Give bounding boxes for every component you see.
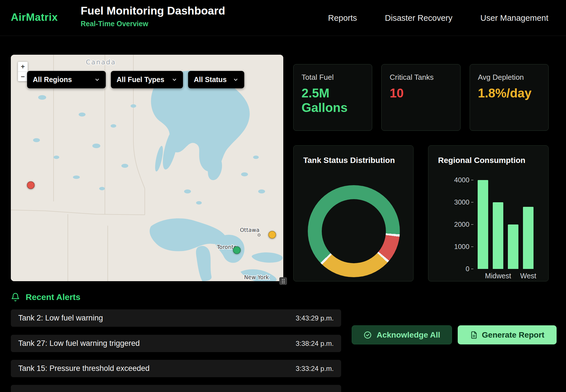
check-circle-icon <box>363 331 372 339</box>
chevron-down-icon <box>172 77 177 83</box>
bar-plot <box>478 180 535 269</box>
map-filter-row: All Regions All Fuel Types All Status <box>27 71 244 88</box>
regional-consumption-card: Regional Consumption 01000200030004000 M… <box>428 145 549 281</box>
bar-yaxis: 01000200030004000 <box>437 180 473 269</box>
stat-label: Avg Depletion <box>478 73 540 82</box>
bar-1 <box>493 202 503 269</box>
brand-logo: AirMatrix <box>11 11 58 23</box>
donut-chart-title: Tank Status Distribution <box>303 156 395 165</box>
title-block: Fuel Monitoring Dashboard Real-Time Over… <box>81 5 225 28</box>
alert-message: Tank 2: Low fuel warning <box>18 314 103 322</box>
bell-icon <box>11 293 20 302</box>
tank-marker-critical[interactable] <box>27 181 34 189</box>
status-filter-value: All Status <box>194 75 227 84</box>
alerts-header: Recent Alerts <box>11 292 80 302</box>
stat-cards-row: Total Fuel 2.5M Gallons Critical Tanks 1… <box>293 64 549 131</box>
donut-hole <box>322 199 386 263</box>
generate-report-label: Generate Report <box>482 330 544 340</box>
region-filter-value: All Regions <box>33 75 72 84</box>
alert-time: 3:38:24 p.m. <box>296 340 334 348</box>
region-filter-select[interactable]: All Regions <box>27 71 106 88</box>
donut-chart <box>308 185 400 277</box>
alert-time: 3:33:24 p.m. <box>296 365 334 373</box>
alert-row[interactable]: Tank 27: Low fuel warning triggered 3:38… <box>11 335 341 352</box>
chevron-down-icon <box>94 77 100 83</box>
tank-marker-normal[interactable] <box>233 246 241 254</box>
bar-chart-title: Regional Consumption <box>438 156 525 165</box>
acknowledge-all-button[interactable]: Acknowledge All <box>352 325 452 344</box>
page-title: Fuel Monitoring Dashboard <box>81 5 225 17</box>
chevron-down-icon <box>233 77 239 83</box>
generate-report-button[interactable]: Generate Report <box>458 325 557 344</box>
stat-value: 2.5M Gallons <box>302 86 352 115</box>
alert-row[interactable]: Tank 15: Pressure threshold exceeded 3:3… <box>11 360 341 377</box>
document-icon <box>470 331 478 339</box>
map-canvas[interactable]: Canada Ottawa Toronto New York + − All R… <box>11 55 283 281</box>
map-zoom-control: + − <box>18 62 28 81</box>
alert-row-partial[interactable] <box>11 385 341 392</box>
nav-disaster-recovery[interactable]: Disaster Recovery <box>385 13 453 23</box>
bar-ytick-label: 1000 <box>454 243 473 251</box>
stat-value: 10 <box>390 86 440 100</box>
status-filter-select[interactable]: All Status <box>188 71 244 88</box>
stat-card-total-fuel: Total Fuel 2.5M Gallons <box>293 64 372 131</box>
grip-dots-icon <box>281 278 286 284</box>
nav-user-management[interactable]: User Management <box>480 13 548 23</box>
tank-status-card: Tank Status Distribution <box>293 145 414 281</box>
bar-0 <box>478 180 488 269</box>
bar-2 <box>508 224 518 269</box>
zoom-in-button[interactable]: + <box>18 62 28 72</box>
nav-reports[interactable]: Reports <box>328 13 357 23</box>
bar-3 <box>523 207 534 269</box>
charts-row: Tank Status Distribution Regional Consum… <box>293 145 549 281</box>
top-bar: AirMatrix Fuel Monitoring Dashboard Real… <box>0 0 566 36</box>
alert-time: 3:43:29 p.m. <box>296 314 334 322</box>
bar-xtick-label <box>508 272 518 280</box>
fuel-type-filter-value: All Fuel Types <box>117 75 164 84</box>
page-subtitle: Real-Time Overview <box>81 20 225 28</box>
alert-row[interactable]: Tank 2: Low fuel warning 3:43:29 p.m. <box>11 309 341 327</box>
bar-ytick-label: 3000 <box>454 198 473 206</box>
fuel-type-filter-select[interactable]: All Fuel Types <box>111 71 183 88</box>
stat-label: Critical Tanks <box>390 73 452 82</box>
stat-label: Total Fuel <box>302 73 364 82</box>
bar-ytick-label: 4000 <box>454 176 473 184</box>
main-nav: Reports Disaster Recovery User Managemen… <box>328 0 548 36</box>
bar-ytick-label: 0 <box>466 265 473 273</box>
bar-xtick-label: West <box>523 272 534 280</box>
acknowledge-all-label: Acknowledge All <box>376 330 440 340</box>
stat-value: 1.8%/day <box>478 86 529 100</box>
bar-xlabels: MidwestWest <box>478 272 535 280</box>
bar-ytick-label: 2000 <box>454 220 473 228</box>
alert-message: Tank 15: Pressure threshold exceeded <box>18 364 150 373</box>
bar-xtick-label: Midwest <box>493 272 503 280</box>
map-marker-layer <box>11 55 283 281</box>
stat-card-critical-tanks: Critical Tanks 10 <box>381 64 460 131</box>
stat-card-avg-depletion: Avg Depletion 1.8%/day <box>470 64 549 131</box>
zoom-out-button[interactable]: − <box>18 72 28 81</box>
alerts-title: Recent Alerts <box>26 292 80 302</box>
map-resize-handle[interactable] <box>279 277 287 285</box>
tank-marker-warning[interactable] <box>268 231 276 239</box>
alert-message: Tank 27: Low fuel warning triggered <box>18 339 140 348</box>
